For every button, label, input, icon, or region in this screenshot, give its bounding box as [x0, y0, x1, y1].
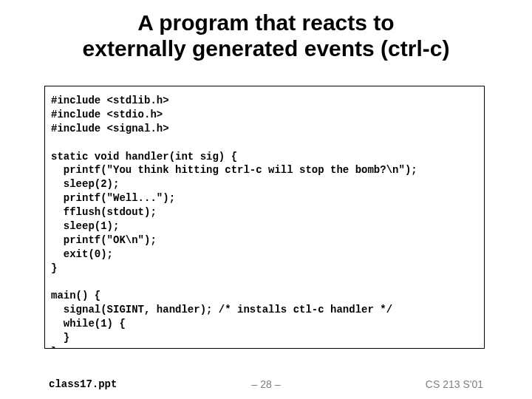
slide-title: A program that reacts to externally gene… [0, 10, 532, 61]
footer-page-number: – 28 – [252, 378, 281, 390]
slide: A program that reacts to externally gene… [0, 0, 532, 399]
footer: class17.ppt – 28 – CS 213 S'01 [0, 372, 532, 390]
code-block: #include <stdlib.h> #include <stdio.h> #… [44, 86, 485, 349]
footer-course: CS 213 S'01 [426, 378, 483, 390]
footer-filename: class17.ppt [49, 378, 117, 390]
